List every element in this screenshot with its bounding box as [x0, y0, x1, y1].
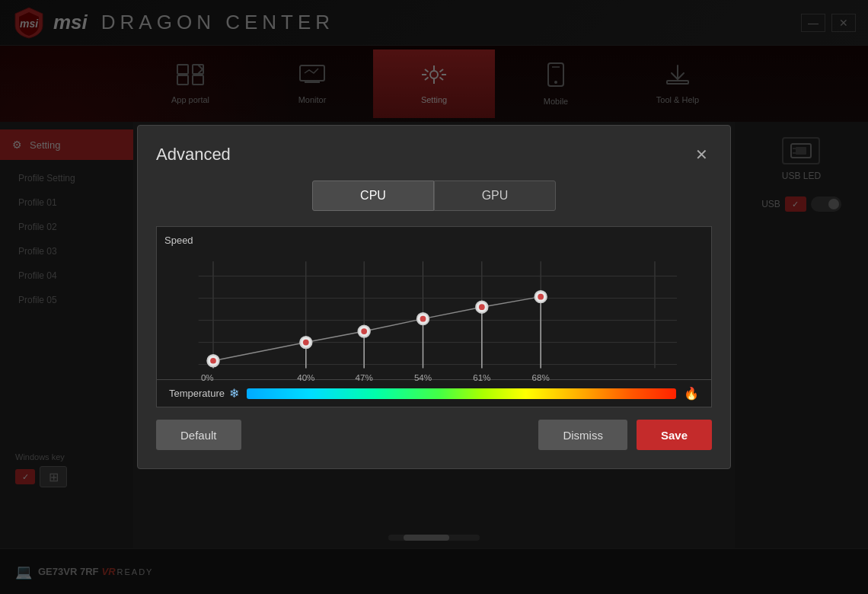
- svg-text:0%: 0%: [201, 372, 214, 382]
- dialog-close-button[interactable]: ✕: [691, 144, 712, 165]
- default-button[interactable]: Default: [156, 420, 241, 450]
- dialog-header: Advanced ✕: [156, 144, 712, 165]
- fan-curve-svg[interactable]: 0% 40% 47% 54% 61% 68%: [169, 250, 699, 394]
- fan-curve-chart: Speed: [156, 226, 712, 380]
- dismiss-button[interactable]: Dismiss: [538, 420, 627, 450]
- svg-text:68%: 68%: [532, 372, 550, 382]
- svg-point-40: [210, 358, 216, 364]
- svg-point-44: [361, 328, 367, 334]
- app-window: msi msi DRAGON CENTER — ✕: [0, 0, 868, 594]
- chart-inner[interactable]: 0% 40% 47% 54% 61% 68%: [157, 227, 711, 379]
- dialog-buttons: Default Dismiss Save: [156, 420, 712, 450]
- svg-point-50: [538, 294, 544, 300]
- svg-text:40%: 40%: [297, 372, 314, 382]
- tab-gpu[interactable]: GPU: [434, 180, 556, 211]
- speed-label: Speed: [164, 235, 193, 246]
- right-buttons: Dismiss Save: [538, 420, 712, 450]
- svg-point-42: [303, 340, 309, 346]
- advanced-dialog: Advanced ✕ CPU GPU Speed: [137, 125, 731, 469]
- svg-point-48: [479, 304, 485, 310]
- svg-point-46: [420, 316, 426, 322]
- svg-text:47%: 47%: [356, 372, 373, 382]
- tab-cpu[interactable]: CPU: [312, 180, 434, 211]
- save-button[interactable]: Save: [637, 420, 712, 450]
- dialog-title: Advanced: [156, 145, 231, 164]
- svg-text:61%: 61%: [473, 372, 490, 382]
- svg-text:54%: 54%: [414, 372, 432, 382]
- tab-bar: CPU GPU: [156, 180, 712, 211]
